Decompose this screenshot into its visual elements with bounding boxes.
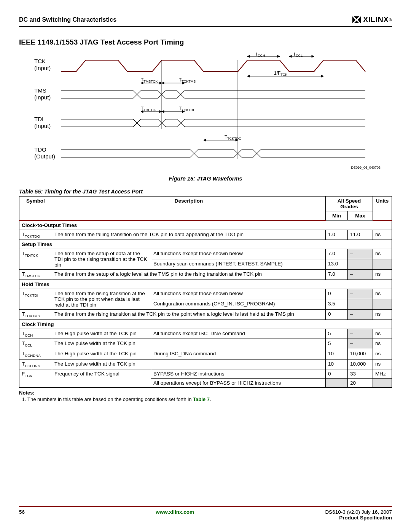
svg-text:TDO: TDO bbox=[34, 146, 46, 153]
footer-link[interactable]: www.xilinx.com bbox=[156, 509, 194, 515]
table-row: TCCH The High pulse width at the TCK pin… bbox=[19, 329, 392, 339]
svg-text:TTCKTDI: TTCKTDI bbox=[179, 106, 194, 112]
table-row: TCCL The Low pulse width at the TCK pin … bbox=[19, 339, 392, 349]
table-row: TTDITCK The time from the setup of data … bbox=[19, 249, 392, 259]
th-units: Units bbox=[373, 197, 392, 220]
page-footer: 56 www.xilinx.com DS610-3 (v2.0) July 16… bbox=[19, 506, 392, 521]
table-section: Hold Times bbox=[19, 280, 392, 289]
svg-text:TDI: TDI bbox=[34, 116, 43, 122]
xilinx-logo: XILINX® bbox=[352, 15, 392, 24]
svg-text:(Output): (Output) bbox=[34, 153, 55, 160]
xilinx-logo-icon bbox=[352, 16, 362, 24]
svg-text:(Input): (Input) bbox=[34, 123, 51, 129]
table-section: Setup Times bbox=[19, 240, 392, 249]
svg-text:TCCH: TCCH bbox=[255, 53, 265, 58]
table-row: TTCKTDI The time from the rising transit… bbox=[19, 289, 392, 299]
table7-link[interactable]: Table 7 bbox=[193, 396, 210, 402]
th-symbol: Symbol bbox=[19, 197, 52, 220]
svg-text:TTMSTCK: TTMSTCK bbox=[141, 77, 158, 83]
svg-text:TTCKTMS: TTCKTMS bbox=[179, 77, 196, 83]
th-max: Max bbox=[348, 211, 373, 220]
table-row: TCCHDNA The High pulse width at the TCK … bbox=[19, 349, 392, 359]
table-row: TTCKTMS The time from the rising transit… bbox=[19, 309, 392, 320]
notes-list: The numbers in this table are based on t… bbox=[19, 396, 392, 402]
table-section: Clock-to-Output Times bbox=[19, 220, 392, 230]
jtag-waveform-figure: TCCH TCCL 1/FTCK TTMSTCK TTCKTMS TTDITCK… bbox=[19, 53, 392, 172]
th-allspeed: All Speed Grades bbox=[326, 197, 373, 211]
th-min: Min bbox=[326, 211, 348, 220]
svg-text:1/FTCK: 1/FTCK bbox=[274, 70, 287, 77]
timing-table: Symbol Description All Speed Grades Unit… bbox=[19, 196, 392, 388]
table-row: TCCLDNA The Low pulse width at the TCK p… bbox=[19, 359, 392, 369]
doc-spec: Product Specification bbox=[325, 515, 392, 521]
svg-text:TCK: TCK bbox=[34, 58, 46, 64]
th-description: Description bbox=[52, 197, 326, 220]
section-header: DC and Switching Characteristics bbox=[19, 16, 116, 23]
table-section: Clock Timing bbox=[19, 320, 392, 329]
page-title: IEEE 1149.1/1553 JTAG Test Access Port T… bbox=[19, 38, 392, 46]
notes-heading: Notes: bbox=[19, 390, 392, 396]
waveform-svg: TCCH TCCL 1/FTCK TTMSTCK TTCKTMS TTDITCK… bbox=[27, 53, 377, 167]
svg-text:TTCKTDO: TTCKTDO bbox=[225, 134, 241, 141]
figure-caption: Figure 15: JTAG Waveforms bbox=[19, 176, 392, 182]
figure-ds-id: DS099_06_040703 bbox=[351, 166, 381, 169]
svg-text:TCCL: TCCL bbox=[293, 53, 303, 58]
page-number: 56 bbox=[19, 509, 25, 521]
note-item: The numbers in this table are based on t… bbox=[27, 396, 392, 402]
svg-text:(Input): (Input) bbox=[34, 65, 51, 71]
svg-text:(Input): (Input) bbox=[34, 94, 51, 101]
page-header: DC and Switching Characteristics XILINX® bbox=[19, 15, 392, 27]
table-row: TTMSTCK The time from the setup of a log… bbox=[19, 270, 392, 280]
doc-id: DS610-3 (v2.0) July 16, 2007 bbox=[325, 509, 392, 515]
table-row: FTCK Frequency of the TCK signal BYPASS … bbox=[19, 369, 392, 379]
table-caption: Table 55: Timing for the JTAG Test Acces… bbox=[19, 189, 392, 195]
table-row: TTCKTDO The time from the falling transi… bbox=[19, 230, 392, 240]
svg-text:TMS: TMS bbox=[34, 87, 46, 94]
svg-text:TTDITCK: TTDITCK bbox=[141, 106, 156, 112]
